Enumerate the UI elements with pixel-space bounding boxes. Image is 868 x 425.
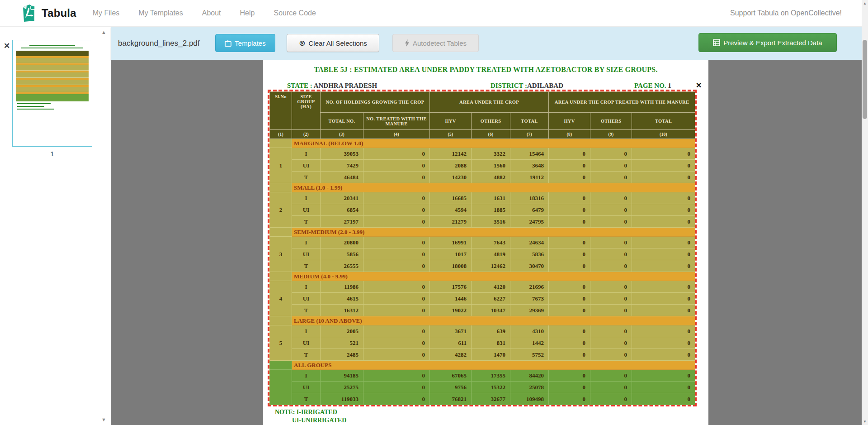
clear-selections-label: Clear All Selections [309, 39, 367, 47]
table-selection[interactable]: Sl.NoSIZE GROUP (HA)NO. OF HOLDINGS GROW… [268, 90, 697, 406]
remove-file-icon[interactable]: ✕ [4, 42, 10, 50]
table-cell: 1560 [472, 160, 510, 172]
group-label: SEMI-MEDIUM (2.0 - 3.99) [292, 228, 695, 237]
table-cell: 19112 [510, 172, 549, 183]
table-row: T27197021279351624795000 [270, 216, 695, 228]
table-cell: 0 [632, 260, 695, 272]
table-cell: 7673 [510, 293, 549, 305]
support-link[interactable]: Support Tabula on OpenCollective! [730, 9, 842, 17]
tabula-app: Tabula My FilesMy TemplatesAboutHelpSour… [0, 0, 868, 425]
scrollbar-up-icon[interactable]: ▲ [862, 0, 868, 7]
table-cell: 16991 [430, 237, 472, 248]
table-row: UI52106118311442000 [270, 337, 695, 349]
nav-item-source-code[interactable]: Source Code [274, 9, 316, 17]
autodetect-tables-button[interactable]: Autodetect Tables [392, 34, 479, 52]
note-line-1: NOTE: I-IRRIGATED [275, 408, 346, 416]
templates-button[interactable]: Templates [215, 34, 275, 52]
table-cell: 24795 [510, 216, 549, 228]
table-cell: 0 [590, 393, 632, 405]
table-cell: 0 [632, 293, 695, 305]
table-header-cell: (6) [472, 130, 510, 139]
table-cell: 0 [363, 260, 430, 272]
brand-name[interactable]: Tabula [42, 7, 76, 19]
nav-item-my-templates[interactable]: My Templates [138, 9, 183, 17]
table-group: SMALL (1.0 - 1.99)2I20341016685163118316… [270, 183, 695, 228]
table-cell: 1470 [472, 349, 510, 361]
table-group: MARGINAL (BELOW 1.0)1I390530121423322154… [270, 139, 695, 183]
table-row: UI25275097561532225078000 [270, 382, 695, 393]
table-header-cell: Sl.No [270, 92, 292, 130]
table-cell: 0 [632, 172, 695, 183]
table-cell: 0 [632, 325, 695, 337]
nav-item-help[interactable]: Help [240, 9, 255, 17]
table-cell: 14230 [430, 172, 472, 183]
slno-spacer-cell [270, 272, 292, 281]
table-cell: 0 [363, 293, 430, 305]
table-cell: 0 [549, 281, 590, 293]
state-value: ANDHRA PRADESH [314, 82, 377, 89]
sidebar-scroll-down-icon[interactable]: ▼ [101, 417, 106, 422]
row-type-cell: T [292, 393, 321, 405]
row-type-cell: I [292, 237, 321, 248]
table-group: LARGE (10 AND ABOVE)5I200503671639431000… [270, 316, 695, 361]
page-thumbnail[interactable] [12, 40, 92, 147]
table-cell: 4882 [472, 172, 510, 183]
slno-spacer-cell [270, 361, 292, 370]
table-row: T163120190221034729369000 [270, 305, 695, 316]
table-cell: 29369 [510, 305, 549, 316]
lightning-icon [405, 39, 410, 47]
table-cell: 0 [549, 337, 590, 349]
slno-cell: 3 [270, 237, 292, 272]
table-row: UI58560101748195836000 [270, 248, 695, 260]
sidebar-scroll-up-icon[interactable]: ▲ [101, 29, 106, 35]
table-cell: 0 [632, 337, 695, 349]
table-cell: 0 [549, 160, 590, 172]
sidebar: ✕ ▲ 1 ▼ [0, 27, 111, 425]
navbar-menu: My FilesMy TemplatesAboutHelpSource Code [93, 9, 316, 17]
toolbar: background_lines_2.pdf Templates ⊗ Clear… [111, 27, 862, 60]
table-cell: 0 [590, 216, 632, 228]
scrollbar-thumb[interactable] [863, 40, 867, 119]
table-cell: 12142 [430, 148, 472, 160]
table-cell: 46484 [321, 172, 363, 183]
table-cell: 0 [549, 305, 590, 316]
table-cell: 0 [549, 204, 590, 216]
table-cell: 0 [590, 204, 632, 216]
table-header-cell: HYV [549, 113, 590, 130]
table-cell: 21279 [430, 216, 472, 228]
table-group: MEDIUM (4.0 - 9.99)4I1198601757641202169… [270, 272, 695, 316]
group-label: ALL GROUPS [292, 361, 695, 370]
pdf-page[interactable]: TABLE 5J : ESTIMATED AREA UNDER PADDY TR… [263, 60, 708, 425]
brand[interactable]: Tabula [20, 4, 76, 23]
table-header-cell: TOTAL [632, 113, 695, 130]
table-cell: 0 [363, 248, 430, 260]
table-header-cell: HYV [430, 113, 472, 130]
slno-cell [270, 370, 292, 405]
table-header-cell: (3) [321, 130, 363, 139]
group-label: SMALL (1.0 - 1.99) [292, 183, 695, 192]
table-cell: 4819 [472, 248, 510, 260]
table-cell: 0 [590, 160, 632, 172]
table-cell: 2485 [321, 349, 363, 361]
table-header-cell: SIZE GROUP (HA) [292, 92, 321, 130]
nav-item-about[interactable]: About [202, 9, 221, 17]
selection-close-icon[interactable]: ✕ [696, 81, 702, 90]
scrollbar-down-icon[interactable]: ▼ [862, 418, 868, 425]
table-cell: 3516 [472, 216, 510, 228]
table-cell: 0 [632, 237, 695, 248]
row-type-cell: T [292, 216, 321, 228]
table-header-cell: NO. TREATED WITH THE MANURE [363, 113, 430, 130]
table-cell: 0 [363, 305, 430, 316]
preview-export-button[interactable]: Preview & Export Extracted Data [698, 33, 837, 52]
window-scrollbar[interactable]: ▲ ▼ [862, 0, 868, 425]
group-label: MEDIUM (4.0 - 9.99) [292, 272, 695, 281]
slno-spacer-cell [270, 183, 292, 192]
table-cell: 0 [363, 237, 430, 248]
table-cell: 0 [590, 281, 632, 293]
table-row: T11903307682132677109498000 [270, 393, 695, 405]
slno-spacer-cell [270, 316, 292, 325]
nav-item-my-files[interactable]: My Files [93, 9, 120, 17]
table-cell: 0 [632, 248, 695, 260]
clear-all-selections-button[interactable]: ⊗ Clear All Selections [287, 34, 379, 52]
table-cell: 0 [590, 370, 632, 382]
